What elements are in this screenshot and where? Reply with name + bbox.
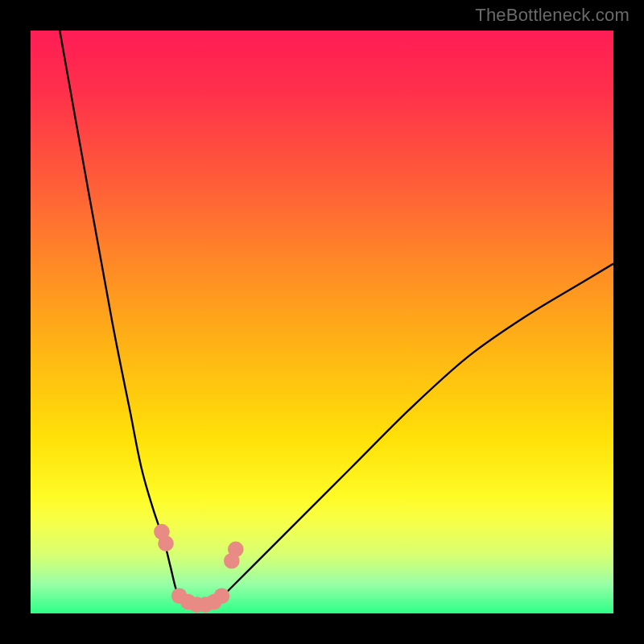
chart-container: TheBottleneck.com (0, 0, 644, 644)
bottleneck-curve (60, 31, 613, 609)
curve-layer (31, 31, 613, 613)
curve-marker (228, 542, 244, 558)
watermark-text: TheBottleneck.com (475, 5, 630, 26)
curve-path (60, 31, 613, 609)
curve-markers (154, 524, 244, 613)
curve-marker (158, 535, 174, 551)
plot-frame (31, 31, 613, 613)
curve-marker (214, 588, 230, 605)
